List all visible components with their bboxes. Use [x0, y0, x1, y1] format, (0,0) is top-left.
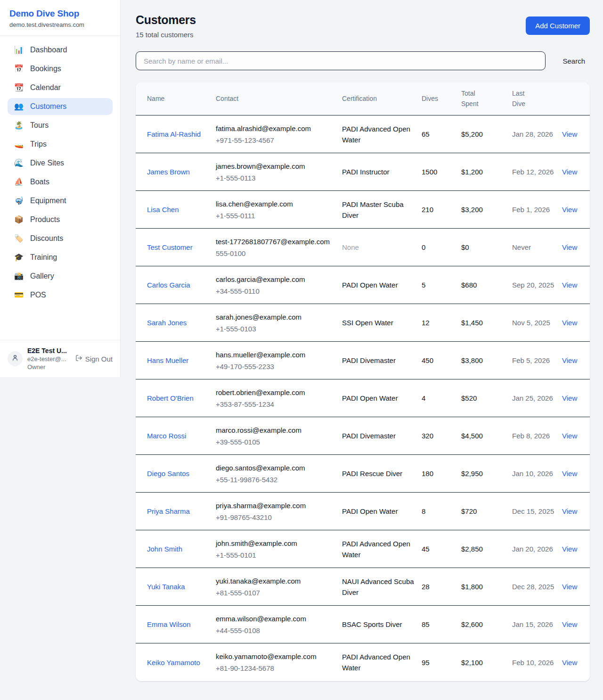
calendar-icon: 📆	[14, 84, 24, 91]
view-link[interactable]: View	[562, 310, 583, 335]
sidebar-nav: 📊Dashboard📅Bookings📆Calendar👥Customers🏝️…	[0, 36, 120, 340]
view-link[interactable]: View	[562, 536, 583, 561]
view-link[interactable]: View	[562, 650, 583, 675]
last-dive-cell: Jan 28, 2026	[512, 122, 562, 147]
total-spent-cell: $2,100	[461, 650, 512, 675]
contact-cell: carlos.garcia@example.com+34-555-0110	[216, 267, 342, 304]
customer-name-link[interactable]: Carlos Garcia	[147, 272, 216, 297]
customer-phone: +49-170-555-2233	[216, 361, 336, 372]
view-link[interactable]: View	[562, 235, 583, 260]
sidebar-item-equipment[interactable]: 🤿Equipment	[8, 192, 113, 209]
customer-name-link[interactable]: Fatima Al-Rashid	[147, 122, 216, 147]
customer-phone: +81-555-0107	[216, 587, 336, 598]
sidebar-item-label: Calendar	[30, 83, 61, 92]
sidebar-item-gallery[interactable]: 📸Gallery	[8, 268, 113, 285]
sidebar-item-dashboard[interactable]: 📊Dashboard	[8, 41, 113, 58]
total-spent-cell: $2,600	[461, 612, 512, 637]
customer-name-link[interactable]: Priya Sharma	[147, 499, 216, 524]
last-dive-cell: Jan 10, 2026	[512, 461, 562, 486]
view-link[interactable]: View	[562, 122, 583, 147]
sidebar-item-training[interactable]: 🎓Training	[8, 249, 113, 266]
customer-phone: +1-555-0101	[216, 550, 336, 560]
customer-email: fatima.alrashid@example.com	[216, 123, 336, 134]
view-link[interactable]: View	[562, 499, 583, 524]
customer-name-link[interactable]: Test Customer	[147, 235, 216, 260]
contact-cell: john.smith@example.com+1-555-0101	[216, 531, 342, 568]
customer-name-link[interactable]: John Smith	[147, 536, 216, 561]
dives-cell: 8	[422, 499, 461, 524]
total-spent-cell: $680	[461, 272, 512, 297]
add-customer-button[interactable]: Add Customer	[526, 16, 590, 35]
customer-count: 15 total customers	[136, 31, 196, 39]
certification-cell: PADI Instructor	[342, 159, 422, 184]
sidebar-item-dive-sites[interactable]: 🌊Dive Sites	[8, 155, 113, 172]
customer-phone: +55-11-99876-5432	[216, 474, 336, 485]
sidebar-item-customers[interactable]: 👥Customers	[8, 98, 113, 115]
view-link[interactable]: View	[562, 386, 583, 411]
customer-name-link[interactable]: James Brown	[147, 159, 216, 184]
sidebar-item-bookings[interactable]: 📅Bookings	[8, 60, 113, 77]
table-row: Test Customertest-1772681807767@example.…	[136, 229, 590, 266]
certification-cell: PADI Open Water	[342, 272, 422, 297]
view-link[interactable]: View	[562, 272, 583, 297]
shop-name[interactable]: Demo Dive Shop	[9, 8, 111, 19]
dives-cell: 12	[422, 310, 461, 335]
certification-cell: PADI Open Water	[342, 499, 422, 524]
customer-name-link[interactable]: Yuki Tanaka	[147, 574, 216, 599]
customer-name-link[interactable]: Emma Wilson	[147, 612, 216, 637]
dives-cell: 28	[422, 574, 461, 599]
sign-out-button[interactable]: Sign Out	[75, 354, 113, 363]
total-spent-cell: $5,200	[461, 122, 512, 147]
sidebar-item-label: POS	[30, 291, 46, 299]
total-spent-cell: $520	[461, 386, 512, 411]
sidebar: Demo Dive Shop demo.test.divestreams.com…	[0, 0, 121, 377]
view-link[interactable]: View	[562, 423, 583, 448]
certification-cell: NAUI Advanced Scuba Diver	[342, 569, 422, 605]
total-spent-cell: $720	[461, 499, 512, 524]
customer-name-link[interactable]: Diego Santos	[147, 461, 216, 486]
page-title: Customers	[136, 13, 196, 27]
view-link[interactable]: View	[562, 197, 583, 222]
last-dive-cell: Dec 28, 2025	[512, 574, 562, 599]
sidebar-item-trips[interactable]: 🚤Trips	[8, 136, 113, 153]
customer-email: test-1772681807767@example.com	[216, 236, 336, 247]
sign-out-label: Sign Out	[85, 355, 113, 363]
customer-name-link[interactable]: Marco Rossi	[147, 423, 216, 448]
sidebar-item-tours[interactable]: 🏝️Tours	[8, 117, 113, 134]
certification-cell: SSI Open Water	[342, 310, 422, 335]
contact-cell: sarah.jones@example.com+1-555-0103	[216, 305, 342, 342]
view-link[interactable]: View	[562, 612, 583, 637]
sidebar-item-label: Training	[30, 253, 57, 262]
page-header-text: Customers 15 total customers	[136, 13, 196, 39]
table-row: Yuki Tanakayuki.tanaka@example.com+81-55…	[136, 568, 590, 606]
search-input[interactable]	[136, 51, 546, 70]
customer-phone: +1-555-0111	[216, 210, 336, 221]
sidebar-item-label: Bookings	[30, 65, 61, 73]
customers-icon: 👥	[14, 103, 24, 110]
sidebar-item-boats[interactable]: ⛵Boats	[8, 173, 113, 190]
customer-name-link[interactable]: Keiko Yamamoto	[147, 650, 216, 675]
view-link[interactable]: View	[562, 159, 583, 184]
customer-name-link[interactable]: Sarah Jones	[147, 310, 216, 335]
sidebar-item-label: Discounts	[30, 234, 63, 243]
customer-email: carlos.garcia@example.com	[216, 274, 336, 285]
customer-name-link[interactable]: Robert O'Brien	[147, 386, 216, 411]
sidebar-item-calendar[interactable]: 📆Calendar	[8, 79, 113, 96]
contact-cell: keiko.yamamoto@example.com+81-90-1234-56…	[216, 644, 342, 681]
view-link[interactable]: View	[562, 348, 583, 373]
sidebar-item-products[interactable]: 📦Products	[8, 211, 113, 228]
dives-cell: 180	[422, 461, 461, 486]
sidebar-item-discounts[interactable]: 🏷️Discounts	[8, 230, 113, 247]
contact-cell: diego.santos@example.com+55-11-99876-543…	[216, 455, 342, 493]
sidebar-item-pos[interactable]: 💳POS	[8, 287, 113, 304]
view-link[interactable]: View	[562, 461, 583, 486]
search-button[interactable]: Search	[558, 53, 590, 69]
certification-cell: BSAC Sports Diver	[342, 612, 422, 637]
view-link[interactable]: View	[562, 574, 583, 599]
customer-name-link[interactable]: Hans Mueller	[147, 348, 216, 373]
contact-cell: hans.mueller@example.com+49-170-555-2233	[216, 342, 342, 379]
pos-icon: 💳	[14, 291, 24, 299]
dives-cell: 85	[422, 612, 461, 637]
customer-name-link[interactable]: Lisa Chen	[147, 197, 216, 222]
column-header-actions	[562, 82, 579, 115]
